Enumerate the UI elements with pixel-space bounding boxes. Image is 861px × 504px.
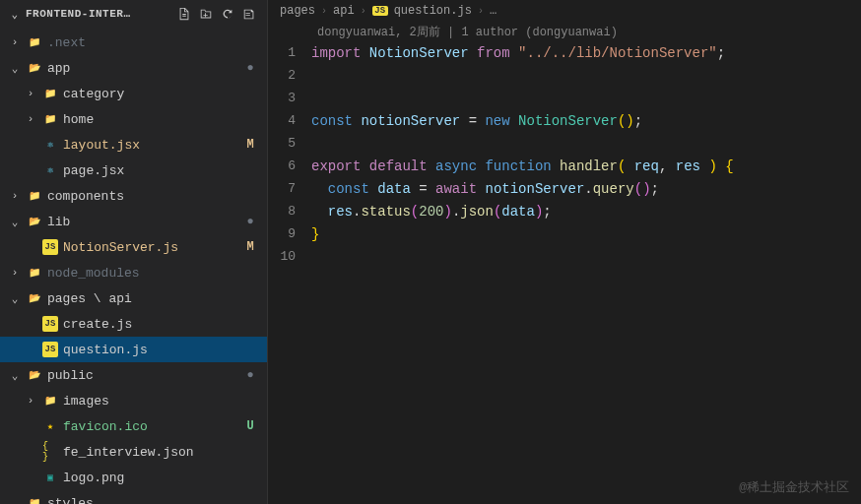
- chevron-right-icon: ›: [24, 113, 37, 125]
- breadcrumb[interactable]: pages › api › JS question.js › …: [268, 0, 861, 22]
- line-number: 5: [268, 136, 311, 151]
- project-header: ⌄ FRONTEND-INTER…: [0, 0, 267, 28]
- breadcrumb-api[interactable]: api: [333, 4, 355, 18]
- watermark: @稀土掘金技术社区: [739, 478, 849, 496]
- project-title: FRONTEND-INTER…: [26, 8, 131, 20]
- file-favicon[interactable]: ★ favicon.ico U: [0, 413, 267, 439]
- folder-icon: 📂: [27, 367, 42, 383]
- chevron-right-icon: ›: [24, 395, 37, 407]
- folder-node-modules[interactable]: › 📁 node_modules: [0, 260, 267, 285]
- chevron-right-icon: ›: [24, 88, 37, 99]
- folder-next[interactable]: › 📁 .next: [0, 30, 267, 55]
- chevron-down-icon[interactable]: ⌄: [8, 8, 22, 21]
- folder-pages-api[interactable]: ⌄ 📂 pages \ api: [0, 285, 267, 311]
- folder-icon: 📁: [27, 495, 42, 504]
- line-number: 10: [268, 249, 311, 264]
- folder-icon: 📂: [27, 290, 42, 306]
- code-line: 7 const data = await notionServer.query(…: [268, 177, 861, 200]
- collapse-all-icon[interactable]: [239, 4, 259, 24]
- code-line: 5: [268, 132, 861, 155]
- json-icon: { }: [42, 444, 58, 460]
- modified-badge: M: [243, 240, 257, 254]
- chevron-down-icon: ⌄: [8, 216, 22, 228]
- image-icon: ▣: [42, 470, 58, 485]
- code-line: 6 export default async function handler(…: [268, 155, 861, 177]
- line-number: 2: [268, 68, 311, 83]
- js-icon: JS: [42, 316, 58, 332]
- code-line: 10: [268, 245, 861, 268]
- code-line: 3: [268, 87, 861, 109]
- folder-icon: 📁: [42, 111, 58, 127]
- file-explorer: ⌄ FRONTEND-INTER… › 📁 .next ⌄ 📂 app ● › …: [0, 0, 268, 504]
- file-layout[interactable]: ⚛ layout.jsx M: [0, 132, 267, 158]
- chevron-down-icon: ⌄: [8, 292, 22, 305]
- git-blame-annotation: dongyuanwai, 2周前 | 1 author (dongyuanwai…: [268, 22, 861, 41]
- folder-icon: 📁: [27, 34, 42, 50]
- folder-icon: 📁: [42, 393, 58, 409]
- folder-category[interactable]: › 📁 category: [0, 81, 267, 106]
- breadcrumb-more[interactable]: …: [490, 4, 497, 18]
- code-line: 9 }: [268, 222, 861, 245]
- star-icon: ★: [42, 418, 58, 434]
- code-area[interactable]: 1 import NotionServer from "../../lib/No…: [268, 41, 861, 268]
- folder-components[interactable]: › 📁 components: [0, 183, 267, 209]
- js-icon: JS: [42, 239, 58, 255]
- chevron-down-icon: ⌄: [8, 62, 22, 75]
- folder-icon: 📁: [27, 188, 42, 204]
- folder-icon: 📂: [27, 60, 42, 76]
- folder-icon: 📁: [27, 265, 42, 281]
- line-number: 6: [268, 158, 311, 173]
- react-icon: ⚛: [42, 137, 58, 153]
- refresh-icon[interactable]: [218, 4, 237, 24]
- modified-dot: ●: [243, 215, 257, 228]
- code-editor: pages › api › JS question.js › … dongyua…: [268, 0, 861, 504]
- line-number: 4: [268, 113, 311, 128]
- code-line: 4 const notionServer = new NotionServer(…: [268, 109, 861, 132]
- folder-home[interactable]: › 📁 home: [0, 106, 267, 132]
- breadcrumb-pages[interactable]: pages: [280, 4, 315, 18]
- file-fe-interview[interactable]: { } fe_interview.json: [0, 439, 267, 465]
- folder-icon: 📂: [27, 214, 42, 229]
- file-logo[interactable]: ▣ logo.png: [0, 465, 267, 490]
- new-file-icon[interactable]: [174, 4, 194, 24]
- folder-icon: 📁: [42, 86, 58, 101]
- modified-dot: ●: [243, 61, 257, 75]
- untracked-badge: U: [243, 419, 257, 433]
- js-icon: JS: [372, 6, 388, 16]
- chevron-right-icon: ›: [8, 190, 22, 202]
- line-number: 3: [268, 91, 311, 105]
- new-folder-icon[interactable]: [196, 4, 216, 24]
- folder-images[interactable]: › 📁 images: [0, 388, 267, 413]
- chevron-down-icon: ⌄: [8, 497, 22, 505]
- chevron-right-icon: ›: [8, 267, 22, 279]
- chevron-right-icon: ›: [321, 6, 327, 17]
- file-create[interactable]: JS create.js: [0, 311, 267, 337]
- chevron-right-icon: ›: [8, 36, 22, 48]
- react-icon: ⚛: [42, 162, 58, 178]
- breadcrumb-file[interactable]: question.js: [394, 4, 472, 18]
- folder-styles[interactable]: ⌄ 📁 styles: [0, 490, 267, 504]
- chevron-down-icon: ⌄: [8, 369, 22, 382]
- chevron-right-icon: ›: [361, 6, 366, 17]
- chevron-right-icon: ›: [478, 6, 484, 17]
- line-number: 9: [268, 226, 311, 241]
- file-tree: › 📁 .next ⌄ 📂 app ● › 📁 category › 📁 hom…: [0, 28, 267, 504]
- folder-lib[interactable]: ⌄ 📂 lib ●: [0, 209, 267, 234]
- code-line: 8 res.status(200).json(data);: [268, 200, 861, 222]
- file-page[interactable]: ⚛ page.jsx: [0, 158, 267, 183]
- file-notionserver[interactable]: JS NotionServer.js M: [0, 234, 267, 260]
- js-icon: JS: [42, 342, 58, 357]
- line-number: 1: [268, 45, 311, 60]
- line-number: 7: [268, 181, 311, 196]
- modified-dot: ●: [243, 368, 257, 382]
- modified-badge: M: [243, 138, 257, 152]
- file-question[interactable]: JS question.js: [0, 337, 267, 362]
- code-line: 1 import NotionServer from "../../lib/No…: [268, 41, 861, 64]
- line-number: 8: [268, 204, 311, 219]
- code-line: 2: [268, 64, 861, 87]
- folder-public[interactable]: ⌄ 📂 public ●: [0, 362, 267, 388]
- folder-app[interactable]: ⌄ 📂 app ●: [0, 55, 267, 81]
